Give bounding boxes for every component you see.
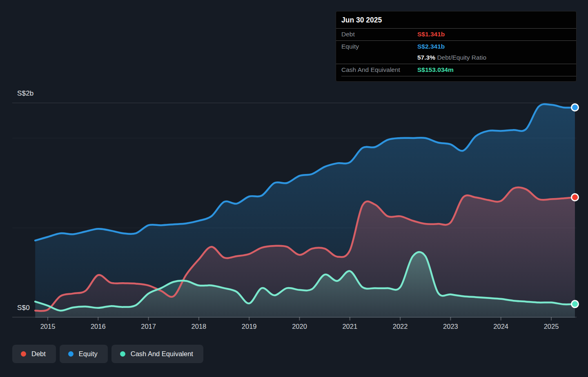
equity-dot-icon bbox=[68, 351, 74, 357]
x-tick-label: 2018 bbox=[192, 323, 207, 330]
tooltip-equity-value: S$2.341b bbox=[417, 43, 576, 50]
x-tick-label: 2025 bbox=[544, 323, 559, 330]
x-tick-label: 2017 bbox=[141, 323, 156, 330]
x-tick-label: 2015 bbox=[40, 323, 56, 330]
y-axis-zero-label: S$0 bbox=[17, 304, 30, 312]
tooltip-ratio-percent: 57.3% bbox=[417, 54, 435, 61]
tooltip-cash-label: Cash And Equivalent bbox=[341, 66, 417, 74]
tooltip-equity-row: Equity S$2.341b bbox=[341, 43, 576, 50]
legend-item-equity[interactable]: Equity bbox=[60, 345, 108, 363]
x-tick-label: 2019 bbox=[242, 323, 257, 330]
x-tick-label: 2023 bbox=[443, 323, 458, 330]
x-tick-label: 2016 bbox=[91, 323, 106, 330]
tooltip-debt-label: Debt bbox=[341, 31, 417, 38]
cash-and-equivalent-endpoint-marker bbox=[572, 301, 579, 308]
debt-endpoint-marker bbox=[572, 194, 579, 201]
x-tick-label: 2022 bbox=[393, 323, 408, 330]
chart-tooltip: Jun 30 2025 Debt S$1.341b Equity S$2.341… bbox=[336, 11, 577, 82]
tooltip-ratio-label: Debt/Equity Ratio bbox=[437, 54, 486, 61]
legend-debt-label: Debt bbox=[31, 350, 46, 358]
tooltip-cash-value: S$153.034m bbox=[417, 66, 576, 74]
tooltip-debt-value: S$1.341b bbox=[417, 31, 576, 38]
balance-sheet-history-chart: 2015201620172018201920202021202220232024… bbox=[0, 0, 588, 377]
legend-equity-label: Equity bbox=[79, 350, 98, 358]
tooltip-equity-label: Equity bbox=[341, 43, 417, 50]
tooltip-ratio-row: 57.3% Debt/Equity Ratio bbox=[341, 54, 576, 61]
tooltip-debt-row: Debt S$1.341b bbox=[341, 31, 576, 38]
y-axis-max-label: S$2b bbox=[17, 89, 34, 98]
x-tick-label: 2021 bbox=[342, 323, 357, 330]
tooltip-date: Jun 30 2025 bbox=[336, 11, 576, 28]
cash-dot-icon bbox=[120, 351, 125, 357]
legend-item-cash[interactable]: Cash And Equivalent bbox=[111, 345, 203, 363]
legend-cash-label: Cash And Equivalent bbox=[131, 350, 193, 358]
tooltip-cash-row: Cash And Equivalent S$153.034m bbox=[341, 66, 576, 74]
chart-legend: Debt Equity Cash And Equivalent bbox=[12, 345, 203, 363]
legend-item-debt[interactable]: Debt bbox=[12, 345, 56, 363]
x-tick-label: 2024 bbox=[493, 323, 508, 330]
equity-endpoint-marker bbox=[572, 104, 579, 111]
x-tick-label: 2020 bbox=[292, 323, 307, 330]
debt-dot-icon bbox=[21, 351, 26, 357]
